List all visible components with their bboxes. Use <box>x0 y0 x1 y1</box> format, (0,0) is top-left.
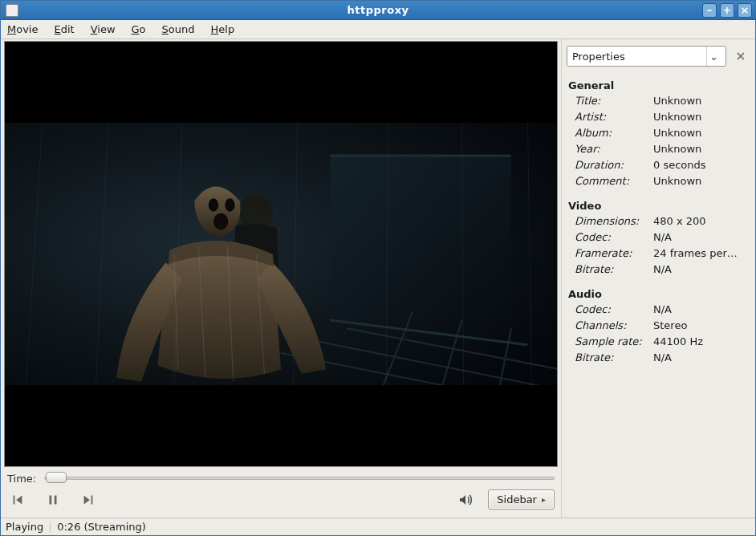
skip-next-icon <box>81 493 96 507</box>
prop-duration-val: 0 seconds <box>653 159 749 171</box>
section-audio: Codec: N/A Channels: Stereo Sample rate:… <box>575 303 749 363</box>
prop-comment-key: Comment: <box>575 175 653 187</box>
prop-abitrate-val: N/A <box>653 351 749 363</box>
video-frame <box>5 123 557 386</box>
status-time: 0:26 (Streaming) <box>57 521 146 533</box>
prop-samplerate-val: 44100 Hz <box>653 335 749 347</box>
svg-point-7 <box>213 213 228 229</box>
prop-vcodec-val: N/A <box>653 231 749 243</box>
prop-vbitrate-key: Bitrate: <box>575 263 653 275</box>
prop-album-key: Album: <box>575 127 653 139</box>
video-canvas[interactable] <box>4 41 558 467</box>
menubar: Movie Edit View Go Sound Help <box>1 20 755 39</box>
prop-vbitrate-val: N/A <box>653 263 749 275</box>
app-window: httpproxy – + × Movie Edit View Go Sound… <box>0 0 756 536</box>
prop-acodec-val: N/A <box>653 303 749 315</box>
sidebar-selector-combo[interactable]: Properties ⌄ <box>567 46 726 67</box>
sidebar-toggle-button[interactable]: Sidebar ▸ <box>488 489 555 510</box>
menu-go[interactable]: Go <box>132 23 146 35</box>
svg-rect-1 <box>330 156 510 320</box>
seek-track <box>44 477 555 480</box>
seek-thumb[interactable] <box>46 472 67 483</box>
section-audio-heading: Audio <box>568 288 749 300</box>
menu-edit[interactable]: Edit <box>54 23 74 35</box>
prop-acodec-key: Codec: <box>575 303 653 315</box>
section-video-heading: Video <box>568 200 749 212</box>
next-button[interactable] <box>78 492 99 508</box>
sidebar-header: Properties ⌄ <box>567 46 749 67</box>
minimize-button[interactable]: – <box>702 3 717 18</box>
app-icon <box>6 4 18 17</box>
titlebar[interactable]: httpproxy – + × <box>1 1 755 20</box>
section-general: Title: Unknown Artist: Unknown Album: Un… <box>575 95 749 187</box>
prop-title-val: Unknown <box>653 95 749 107</box>
statusbar: Playing 0:26 (Streaming) <box>1 518 755 535</box>
close-button[interactable]: × <box>738 3 752 18</box>
chevron-down-icon: ⌄ <box>706 47 721 66</box>
prop-dimensions-key: Dimensions: <box>575 215 653 227</box>
sidebar-close-button[interactable] <box>733 48 749 64</box>
previous-button[interactable] <box>7 492 28 508</box>
player-column: Time: <box>1 39 561 518</box>
prop-channels-val: Stereo <box>653 319 749 331</box>
skip-previous-icon <box>10 493 25 507</box>
status-separator <box>50 522 51 533</box>
section-video: Dimensions: 480 x 200 Codec: N/A Framera… <box>575 215 749 275</box>
seek-slider[interactable] <box>44 472 555 485</box>
prop-framerate-val: 24 frames per… <box>653 247 749 259</box>
prop-year-key: Year: <box>575 143 653 155</box>
menu-help[interactable]: Help <box>211 23 235 35</box>
prop-artist-key: Artist: <box>575 111 653 123</box>
content-area: Time: <box>1 39 755 518</box>
menu-sound[interactable]: Sound <box>162 23 195 35</box>
prop-framerate-key: Framerate: <box>575 247 653 259</box>
prop-artist-val: Unknown <box>653 111 749 123</box>
prop-vcodec-key: Codec: <box>575 231 653 243</box>
status-state: Playing <box>6 521 43 533</box>
playback-controls: Sidebar ▸ <box>4 485 558 518</box>
chevron-right-icon: ▸ <box>542 495 546 504</box>
time-label: Time: <box>7 473 36 485</box>
pause-button[interactable] <box>43 492 63 508</box>
prop-comment-val: Unknown <box>653 175 749 187</box>
window-controls: – + × <box>702 3 755 18</box>
section-general-heading: General <box>568 79 749 91</box>
menu-view[interactable]: View <box>91 23 116 35</box>
prop-samplerate-key: Sample rate: <box>575 335 653 347</box>
menu-movie[interactable]: Movie <box>7 23 38 35</box>
window-title: httpproxy <box>1 4 755 16</box>
svg-point-6 <box>225 198 234 211</box>
seek-row: Time: <box>4 467 558 485</box>
prop-year-val: Unknown <box>653 143 749 155</box>
sidebar-toggle-label: Sidebar <box>497 493 537 506</box>
prop-title-key: Title: <box>575 95 653 107</box>
sidebar-selector-value: Properties <box>572 51 625 63</box>
sidebar-panel: Properties ⌄ General Title: Unknown Arti… <box>561 39 755 518</box>
prop-album-val: Unknown <box>653 127 749 139</box>
prop-duration-key: Duration: <box>575 159 653 171</box>
prop-dimensions-val: 480 x 200 <box>653 215 749 227</box>
svg-point-5 <box>209 198 218 211</box>
speaker-icon <box>457 492 474 508</box>
volume-button[interactable] <box>457 492 474 508</box>
maximize-button[interactable]: + <box>720 3 734 18</box>
pause-icon <box>46 493 60 507</box>
prop-abitrate-key: Bitrate: <box>575 351 653 363</box>
close-icon <box>736 51 746 61</box>
prop-channels-key: Channels: <box>575 319 653 331</box>
